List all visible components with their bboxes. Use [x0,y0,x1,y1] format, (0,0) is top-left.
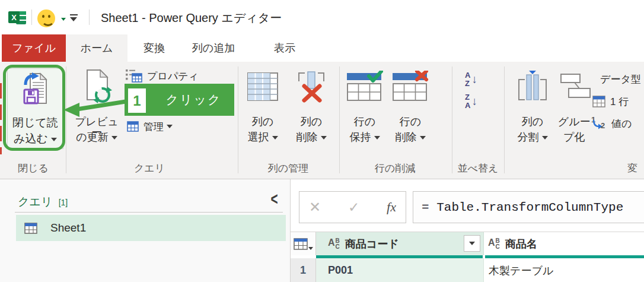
data-type-button[interactable]: データ型 [600,72,641,86]
row-number: 1 [300,264,306,277]
formula-input[interactable]: = Table.TransformColumnType [413,191,644,223]
text-type-icon: A BC [328,238,340,250]
choose-columns-label-line2: 選択 [236,132,289,142]
query-count-badge: [1] [59,198,68,207]
title-bar: X Sheet1 - Power Query エディター [0,0,644,34]
use-first-row-button[interactable]: 1 行 [592,94,629,109]
group-separator [452,66,452,173]
remove-rows-icon [384,68,437,106]
dropdown-caret-icon [374,136,380,140]
formula-check-button[interactable]: ✓ [348,199,359,216]
group-by-label-line2: プ化 [547,132,601,142]
annotation-arrow-icon [59,95,130,122]
use-first-row-label: 1 行 [610,95,629,109]
column-name: 商品コード [345,237,399,251]
annotation-label: クリック [153,84,234,116]
group-label-reduce-rows: 行の削減 [347,161,442,175]
queries-pane-title: クエリ [1] [18,194,68,210]
replace-values-label: 値の [611,117,632,131]
group-label-close: 閉じる [0,161,81,175]
query-table-icon [24,223,37,234]
tab-home[interactable]: ホーム [66,34,127,62]
group-label-query: クエリ [102,161,197,175]
remove-columns-label-line1: 列の [285,116,338,127]
query-list-item-sheet1[interactable]: Sheet1 [16,215,286,241]
tab-add-column[interactable]: 列の追加 [181,34,246,62]
remove-rows-button[interactable]: 行の 削除 [384,68,437,151]
choose-columns-icon [236,68,289,106]
filter-dropdown-button[interactable] [464,235,480,252]
group-label-sort: 並べ替え [431,161,525,175]
corner-table-icon [294,238,313,250]
choose-columns-button[interactable]: 列の 選択 [236,68,289,151]
fx-icon: fx [387,199,396,215]
titlebar-separator [31,9,32,25]
dropdown-caret-icon [321,136,327,140]
titlebar-separator [89,9,90,25]
sort-descending-button[interactable]: ZA ↓ [465,93,477,109]
pane-title-divider [15,212,283,213]
remove-rows-label-line1: 行の [384,116,437,127]
remove-columns-icon [285,68,338,106]
cell-product-code[interactable]: P001 [316,258,484,282]
annotation-callout: 1 クリック [125,84,234,116]
dropdown-caret-icon [420,136,426,140]
text-type-icon: A BC [488,238,500,250]
group-label-manage-columns: 列の管理 [241,161,336,175]
cell-product-name[interactable]: 木製テーブル [484,258,644,282]
refresh-preview-label-line2: の更新 [70,132,123,142]
queries-pane: クエリ [1] < Sheet1 [0,179,291,282]
annotation-step-badge: 1 [128,88,146,113]
tab-view[interactable]: 表示 [261,34,308,62]
dropdown-caret-icon [308,247,313,250]
replace-values-icon: 1 2 [591,116,607,131]
column-name: 商品名 [505,237,537,251]
tab-file[interactable]: ファイル [2,34,66,62]
query-name: Sheet1 [50,221,86,235]
replace-values-button[interactable]: 1 2 値の [591,116,632,131]
properties-label: プロパティ [147,69,199,83]
group-by-button[interactable]: グルー プ化 [547,68,601,151]
tab-transform[interactable]: 変換 [127,34,181,62]
quick-access-customize-icon[interactable] [69,14,78,23]
dropdown-caret-icon [272,136,278,140]
remove-rows-label-line2: 削除 [384,132,437,142]
down-arrow-icon: ↓ [471,96,477,107]
select-all-corner-button[interactable] [291,232,316,255]
manage-icon [127,121,139,132]
collapse-pane-button[interactable]: < [271,189,278,209]
cell-value: P001 [328,264,353,277]
formula-toolbar: ✕ ✓ fx [299,191,406,223]
choose-columns-label-line1: 列の [236,116,289,127]
formula-text: = Table.TransformColumnType [422,201,623,214]
table-icon [592,95,605,108]
sort-ascending-button[interactable]: AZ ↓ [465,71,477,87]
remove-columns-label-line2: 削除 [285,132,338,142]
manage-label: 管理 [144,120,164,134]
ribbon-tab-row: ファイル ホーム 変換 列の追加 表示 [0,34,644,62]
down-arrow-icon: ↓ [471,74,477,85]
window-title: Sheet1 - Power Query エディター [101,10,282,26]
row-number-cell[interactable]: 1 [291,258,316,282]
group-separator [504,66,505,173]
feedback-dropdown-caret-icon[interactable] [61,18,66,21]
column-header-product-name[interactable]: A BC 商品名 [484,232,644,255]
manage-button[interactable]: 管理 [127,119,173,134]
remove-columns-button[interactable]: 列の 削除 [285,68,338,151]
column-header-product-code[interactable]: A BC 商品コード [316,232,484,255]
filter-caret-icon [469,242,475,245]
dropdown-caret-icon [542,136,548,140]
properties-icon [126,69,142,83]
properties-button[interactable]: プロパティ [126,69,199,83]
data-grid: A BC 商品コード A BC 商品名 1 P001 木製テーブル [291,232,644,282]
annotation-highlight-box [3,65,65,151]
smiley-feedback-icon[interactable] [37,9,55,27]
excel-logo-icon: X [8,9,27,26]
dropdown-caret-icon [111,136,117,140]
dropdown-caret-icon [167,125,173,128]
group-label-transform: 変 [627,161,644,175]
cell-value: 木製テーブル [489,264,553,278]
formula-cancel-button[interactable]: ✕ [309,199,321,216]
